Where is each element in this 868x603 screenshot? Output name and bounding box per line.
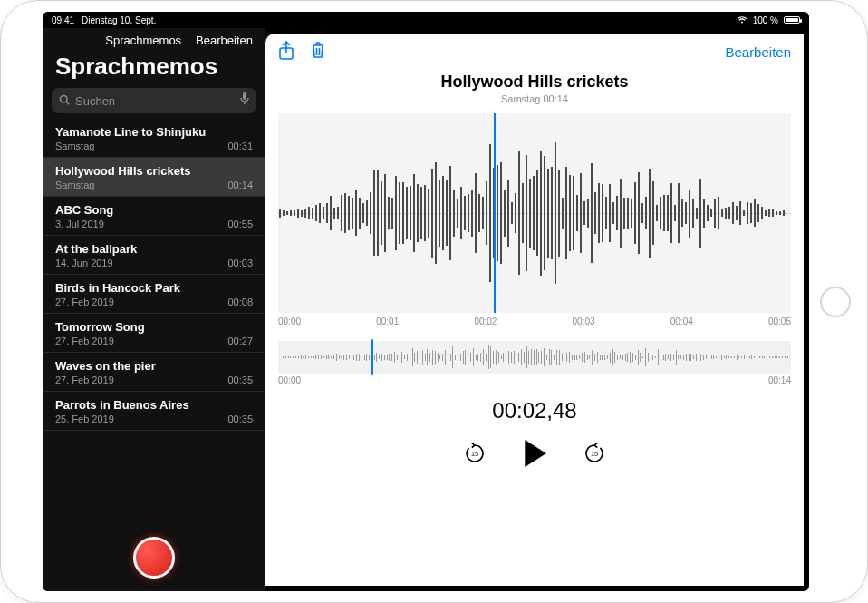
memo-list-item[interactable]: Parrots in Buenos Aires25. Feb 201900:35 xyxy=(43,392,265,431)
ipad-device-frame: 09:41 Dienstag 10. Sept. 100 % Sprachmem… xyxy=(0,0,868,603)
waveform-overview[interactable] xyxy=(278,341,791,374)
recording-title[interactable]: Hollywood Hills crickets xyxy=(265,73,804,92)
memo-item-title: At the ballpark xyxy=(55,242,253,256)
svg-text:15: 15 xyxy=(591,450,598,458)
memo-list-item[interactable]: Birds in Hancock Park27. Feb 201900:08 xyxy=(43,275,265,314)
playhead[interactable] xyxy=(494,113,496,313)
timeline-tick: 00:01 xyxy=(376,316,399,326)
memo-list-item[interactable]: Yamanote Line to ShinjukuSamstag00:31 xyxy=(43,119,265,158)
svg-text:15: 15 xyxy=(471,450,478,458)
current-time: 00:02,48 xyxy=(265,398,804,423)
memo-list-item[interactable]: ABC Song3. Jul 201900:55 xyxy=(43,197,265,236)
home-button[interactable] xyxy=(820,287,851,317)
memo-item-title: Parrots in Buenos Aires xyxy=(55,398,253,412)
memo-item-title: Birds in Hancock Park xyxy=(55,281,253,295)
memo-item-title: Tomorrow Song xyxy=(55,320,253,334)
svg-line-1 xyxy=(66,102,69,104)
memo-item-duration: 00:31 xyxy=(227,141,253,151)
memo-item-duration: 00:35 xyxy=(227,413,253,424)
memo-item-date: 27. Feb 2019 xyxy=(55,374,114,385)
wifi-icon xyxy=(737,15,747,25)
timeline-tick: 00:02 xyxy=(474,316,497,326)
memo-list-item[interactable]: At the ballpark14. Jun 201900:03 xyxy=(43,236,265,275)
battery-text: 100 % xyxy=(753,15,778,25)
screen: 09:41 Dienstag 10. Sept. 100 % Sprachmem… xyxy=(43,12,809,591)
search-field[interactable] xyxy=(52,88,256,113)
search-icon xyxy=(59,92,70,109)
trash-icon[interactable] xyxy=(311,41,325,63)
detail-edit-button[interactable]: Bearbeiten xyxy=(725,44,791,60)
waveform-main[interactable] xyxy=(278,113,791,313)
memo-item-date: Samstag xyxy=(55,141,94,151)
memo-item-date: 27. Feb 2019 xyxy=(55,336,114,346)
status-bar: 09:41 Dienstag 10. Sept. 100 % xyxy=(43,12,809,28)
memo-item-date: Samstag xyxy=(55,180,94,190)
memo-item-duration: 00:27 xyxy=(227,336,253,346)
timeline-ticks: 00:0000:0100:0200:0300:0400:05 xyxy=(278,316,791,326)
timeline-tick: 00:00 xyxy=(278,316,301,326)
memo-item-title: Yamanote Line to Shinjuku xyxy=(55,125,253,139)
search-input[interactable] xyxy=(75,94,235,108)
recording-subtitle: Samstag 00:14 xyxy=(265,93,804,104)
timeline-tick: 00:03 xyxy=(573,316,595,326)
memo-item-duration: 00:08 xyxy=(227,297,253,307)
dictation-icon[interactable] xyxy=(240,92,249,109)
svg-rect-2 xyxy=(243,92,246,100)
battery-icon xyxy=(784,16,800,24)
status-date: Dienstag 10. Sept. xyxy=(82,15,156,25)
memo-item-title: Hollywood Hills crickets xyxy=(55,164,253,178)
mini-tick-start: 00:00 xyxy=(278,375,301,385)
nav-edit-label[interactable]: Bearbeiten xyxy=(196,34,253,47)
record-button[interactable] xyxy=(133,537,175,579)
status-time: 09:41 xyxy=(52,15,74,25)
memo-item-duration: 00:14 xyxy=(227,180,253,190)
mini-tick-end: 00:14 xyxy=(768,375,791,385)
memo-item-title: ABC Song xyxy=(55,203,253,217)
transport-controls: 15 15 xyxy=(265,440,804,471)
skip-back-15-button[interactable]: 15 xyxy=(463,442,487,469)
timeline-tick: 00:04 xyxy=(670,316,693,326)
memo-item-date: 14. Jun 2019 xyxy=(55,258,113,268)
memo-list[interactable]: Yamanote Line to ShinjukuSamstag00:31Hol… xyxy=(43,119,265,528)
memo-list-item[interactable]: Waves on the pier27. Feb 201900:35 xyxy=(43,353,265,392)
detail-panel: Bearbeiten Hollywood Hills crickets Sams… xyxy=(265,34,804,586)
play-button[interactable] xyxy=(523,440,546,471)
svg-point-0 xyxy=(61,96,68,103)
timeline-tick: 00:05 xyxy=(768,316,791,326)
memo-item-date: 3. Jul 2019 xyxy=(55,219,104,229)
memo-item-date: 27. Feb 2019 xyxy=(55,297,114,307)
memo-item-duration: 00:03 xyxy=(227,258,253,268)
sidebar-title: Sprachmemos xyxy=(43,51,265,88)
memo-item-title: Waves on the pier xyxy=(55,359,253,373)
mini-playhead[interactable] xyxy=(371,339,373,375)
memo-item-duration: 00:55 xyxy=(227,219,253,229)
nav-app-label[interactable]: Sprachmemos xyxy=(105,34,181,47)
share-icon[interactable] xyxy=(278,41,294,63)
sidebar: Sprachmemos Bearbeiten Sprachmemos xyxy=(43,28,265,591)
svg-marker-8 xyxy=(525,440,546,467)
memo-item-date: 25. Feb 2019 xyxy=(55,413,114,424)
memo-list-item[interactable]: Tomorrow Song27. Feb 201900:27 xyxy=(43,314,265,353)
memo-item-duration: 00:35 xyxy=(227,374,253,385)
skip-forward-15-button[interactable]: 15 xyxy=(583,442,606,469)
memo-list-item[interactable]: Hollywood Hills cricketsSamstag00:14 xyxy=(43,158,265,197)
